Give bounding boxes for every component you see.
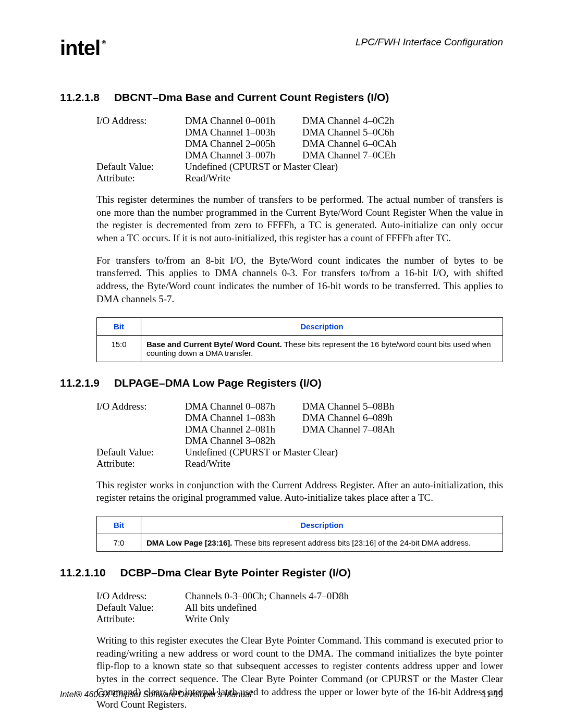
section-number: 11.2.1.10 xyxy=(60,566,106,579)
kv-value: DMA Channel 6–0CAh xyxy=(302,138,420,150)
desc-rest: These bits represent address bits [23:16… xyxy=(232,538,470,547)
kv-label-io: I/O Address: xyxy=(96,401,185,447)
kv-label-default: Default Value: xyxy=(96,161,185,172)
kv-label-io: I/O Address: xyxy=(96,115,185,161)
kv-value: DMA Channel 0–001h xyxy=(185,115,302,127)
table-row: 15:0 Base and Current Byte/ Word Count. … xyxy=(97,335,503,362)
cell-desc: DMA Low Page [23:16]. These bits represe… xyxy=(141,534,503,551)
kv-value: DMA Channel 1–003h xyxy=(185,127,302,138)
kv-value: Read/Write xyxy=(185,172,230,184)
header-doc-title: LPC/FWH Interface Configuration xyxy=(356,36,503,48)
section-dlpage: 11.2.1.9 DLPAGE–DMA Low Page Registers (… xyxy=(60,377,503,552)
table-header-desc: Description xyxy=(141,516,503,534)
table-header-desc: Description xyxy=(141,317,503,335)
desc-bold: Base and Current Byte/ Word Count. xyxy=(146,340,282,349)
kv-value: DMA Channel 2–081h xyxy=(185,424,302,435)
kv-value: Channels 0-3–00Ch; Channels 4-7–0D8h xyxy=(185,590,349,602)
kv-value: DMA Channel 2–005h xyxy=(185,138,302,150)
kv-label-default: Default Value: xyxy=(96,602,185,613)
logo-text: intel xyxy=(60,36,100,59)
kv-value: DMA Channel 3–007h xyxy=(185,150,302,161)
kv-value: Undefined (CPURST or Master Clear) xyxy=(185,447,338,458)
paragraph: This register determines the number of t… xyxy=(96,193,503,245)
kv-value: DMA Channel 0–087h xyxy=(185,401,302,412)
kv-block: I/O Address: DMA Channel 0–001h DMA Chan… xyxy=(96,115,503,184)
cell-desc: Base and Current Byte/ Word Count. These… xyxy=(141,335,503,362)
kv-value: DMA Channel 4–0C2h xyxy=(302,115,420,127)
kv-value: DMA Channel 7–08Ah xyxy=(302,424,420,435)
section-title: DLPAGE–DMA Low Page Registers (I/O) xyxy=(114,377,322,389)
kv-label-attr: Attribute: xyxy=(96,458,185,470)
paragraph: Writing to this register executes the Cl… xyxy=(96,634,503,711)
kv-value: DMA Channel 1–083h xyxy=(185,412,302,424)
section-heading: 11.2.1.10 DCBP–Dma Clear Byte Pointer Re… xyxy=(60,566,503,579)
kv-value: DMA Channel 6–089h xyxy=(302,412,420,424)
kv-label-attr: Attribute: xyxy=(96,172,185,184)
section-heading: 11.2.1.8 DBCNT–Dma Base and Current Coun… xyxy=(60,91,503,104)
cell-bit: 7:0 xyxy=(97,534,141,551)
kv-label-io: I/O Address: xyxy=(96,590,185,602)
section-title: DCBP–Dma Clear Byte Pointer Register (I/… xyxy=(120,566,351,579)
kv-value: Write Only xyxy=(185,613,229,625)
kv-label-default: Default Value: xyxy=(96,447,185,458)
table-header-bit: Bit xyxy=(97,516,141,534)
cell-bit: 15:0 xyxy=(97,335,141,362)
kv-value: All bits undefined xyxy=(185,602,256,613)
footer-page-number: 11-19 xyxy=(482,690,503,699)
kv-value: Read/Write xyxy=(185,458,230,470)
bit-description-table: Bit Description 7:0 DMA Low Page [23:16]… xyxy=(96,516,503,552)
desc-bold: DMA Low Page [23:16]. xyxy=(146,538,232,547)
kv-value: DMA Channel 7–0CEh xyxy=(302,150,420,161)
footer-doc-title: Intel® 460GX Chipset Software Developer'… xyxy=(60,690,252,699)
kv-label-attr: Attribute: xyxy=(96,613,185,625)
section-number: 11.2.1.9 xyxy=(60,377,100,389)
table-row: 7:0 DMA Low Page [23:16]. These bits rep… xyxy=(97,534,503,551)
logo-reg: ® xyxy=(102,40,105,45)
paragraph: For transfers to/from an 8-bit I/O, the … xyxy=(96,254,503,306)
kv-value: DMA Channel 3–082h xyxy=(185,435,302,447)
kv-block: I/O Address: DMA Channel 0–087h DMA Chan… xyxy=(96,401,503,470)
kv-block: I/O Address: Channels 0-3–00Ch; Channels… xyxy=(96,590,503,625)
page-footer: Intel® 460GX Chipset Software Developer'… xyxy=(60,690,503,699)
page-header: intel® LPC/FWH Interface Configuration xyxy=(60,36,503,60)
section-number: 11.2.1.8 xyxy=(60,91,100,104)
bit-description-table: Bit Description 15:0 Base and Current By… xyxy=(96,317,503,362)
page: intel® LPC/FWH Interface Configuration 1… xyxy=(0,0,563,728)
kv-value: Undefined (CPURST or Master Clear) xyxy=(185,161,338,172)
paragraph: This register works in conjunction with … xyxy=(96,479,503,504)
section-dbcnt: 11.2.1.8 DBCNT–Dma Base and Current Coun… xyxy=(60,91,503,362)
section-heading: 11.2.1.9 DLPAGE–DMA Low Page Registers (… xyxy=(60,377,503,389)
kv-value: DMA Channel 5–0C6h xyxy=(302,127,420,138)
intel-logo: intel® xyxy=(60,36,100,60)
kv-value: DMA Channel 5–08Bh xyxy=(302,401,420,412)
table-header-bit: Bit xyxy=(97,317,141,335)
section-title: DBCNT–Dma Base and Current Count Registe… xyxy=(114,91,389,104)
